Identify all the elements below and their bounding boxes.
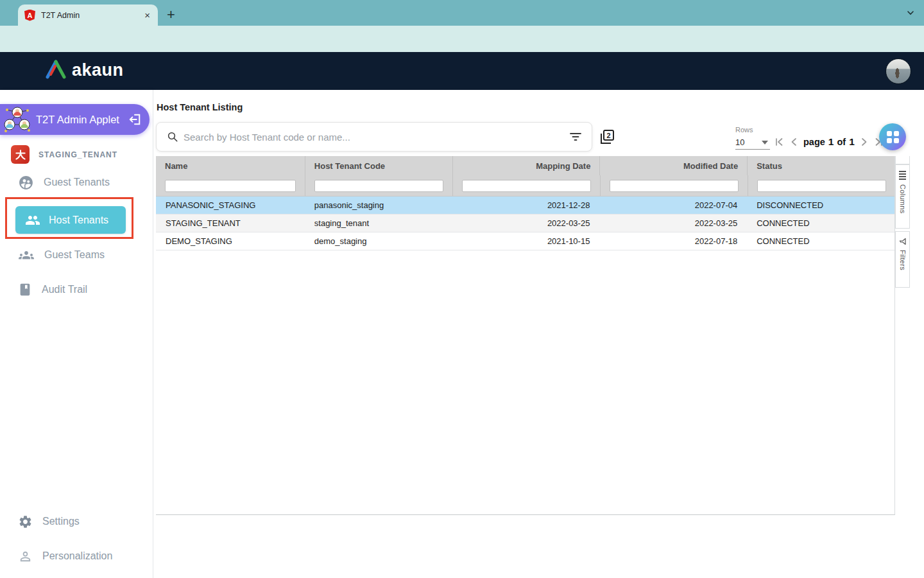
tenant-logo-icon bbox=[11, 145, 30, 164]
filter-input-name[interactable] bbox=[165, 180, 296, 192]
gear-icon bbox=[18, 514, 33, 529]
sidebar: T2T Admin Applet STAGING_TENANT Guest Te… bbox=[0, 90, 153, 578]
browser-toolbar: akaun.cloud/#/applet/t2t/akaun/t2t-admin… bbox=[0, 26, 924, 52]
audit-trail-icon bbox=[18, 283, 32, 297]
cell-status: CONNECTED bbox=[747, 215, 894, 232]
cell-modified-date: 2022-03-25 bbox=[599, 215, 747, 232]
first-page-button[interactable] bbox=[774, 137, 784, 146]
search-icon bbox=[167, 131, 178, 143]
sidebar-item-guest-tenants[interactable]: Guest Tenants bbox=[18, 173, 110, 191]
page-indicator: page 1 of 1 bbox=[803, 136, 855, 148]
sidebar-item-personalization[interactable]: Personalization bbox=[18, 547, 112, 565]
app-navbar: akaun bbox=[0, 52, 924, 90]
filters-tab[interactable]: Filters bbox=[895, 231, 910, 288]
filter-input-modified-date[interactable] bbox=[610, 180, 739, 192]
tenant-label: STAGING_TENANT bbox=[38, 150, 117, 159]
guest-teams-icon bbox=[18, 248, 35, 262]
sidebar-item-guest-teams[interactable]: Guest Teams bbox=[18, 246, 105, 264]
table-side-rail: Columns Filters bbox=[895, 156, 910, 288]
column-header-modified-date[interactable]: Modified Date bbox=[599, 156, 747, 175]
cell-modified-date: 2022-07-04 bbox=[599, 197, 747, 214]
grid-icon bbox=[887, 131, 899, 143]
rail-spacer bbox=[895, 156, 910, 164]
next-page-button[interactable] bbox=[861, 137, 868, 146]
table-row[interactable]: DEMO_STAGING demo_staging 2021-10-15 202… bbox=[156, 232, 894, 250]
cell-name: DEMO_STAGING bbox=[156, 232, 305, 250]
rows-per-page-label: Rows bbox=[735, 126, 753, 134]
sidebar-item-settings[interactable]: Settings bbox=[18, 512, 80, 530]
tab-title: T2T Admin bbox=[41, 11, 137, 20]
new-tab-button[interactable]: + bbox=[167, 5, 175, 24]
sidebar-item-audit-trail[interactable]: Audit Trail bbox=[18, 281, 87, 299]
exit-applet-icon[interactable] bbox=[128, 113, 142, 126]
prev-page-button[interactable] bbox=[791, 137, 797, 146]
cell-name: STAGING_TENANT bbox=[156, 215, 305, 232]
akaun-triangle-icon bbox=[45, 60, 67, 80]
applet-network-icon bbox=[3, 105, 32, 134]
sidebar-item-label: Audit Trail bbox=[42, 284, 87, 295]
sidebar-item-label: Guest Teams bbox=[44, 249, 105, 261]
angular-favicon-icon: A bbox=[24, 10, 35, 21]
column-header-status[interactable]: Status bbox=[747, 156, 894, 175]
cell-mapping-date: 2022-03-25 bbox=[452, 215, 600, 232]
cell-status: CONNECTED bbox=[747, 232, 894, 250]
cell-code: staging_tenant bbox=[305, 215, 452, 232]
user-avatar[interactable] bbox=[886, 58, 911, 84]
host-tenants-icon bbox=[25, 213, 40, 228]
cell-mapping-date: 2021-12-28 bbox=[452, 197, 600, 214]
sidebar-item-host-tenants[interactable]: Host Tenants bbox=[15, 206, 126, 234]
sidebar-item-label: Guest Tenants bbox=[44, 177, 110, 188]
table-row[interactable]: STAGING_TENANT staging_tenant 2022-03-25… bbox=[156, 215, 894, 232]
cell-code: panasonic_staging bbox=[305, 197, 452, 214]
cell-mapping-date: 2021-10-15 bbox=[452, 232, 600, 250]
sidebar-item-staging-tenant[interactable]: STAGING_TENANT bbox=[11, 145, 117, 164]
table-header-row: Name Host Tenant Code Mapping Date Modif… bbox=[156, 156, 894, 175]
screen: A T2T Admin × + akaun.cloud/#/applet/t2t… bbox=[0, 0, 924, 578]
browser-tab-strip: A T2T Admin × + bbox=[0, 0, 924, 26]
columns-tab[interactable]: Columns bbox=[895, 164, 910, 229]
view-grid-button[interactable] bbox=[879, 123, 906, 150]
applet-banner[interactable]: T2T Admin Applet bbox=[0, 104, 150, 135]
columns-tab-label: Columns bbox=[899, 184, 907, 214]
akaun-logo[interactable]: akaun bbox=[45, 60, 124, 80]
table-filter-row bbox=[156, 175, 894, 197]
annotation-highlight-box: Host Tenants bbox=[5, 197, 133, 239]
tab-search-chevron-icon[interactable] bbox=[906, 8, 915, 17]
sidebar-item-label: Host Tenants bbox=[49, 215, 108, 226]
brand-name: akaun bbox=[72, 60, 124, 80]
column-header-name[interactable]: Name bbox=[156, 156, 305, 175]
sidebar-item-label: Settings bbox=[42, 516, 80, 527]
pagination: page 1 of 1 bbox=[774, 136, 884, 148]
browser-tab[interactable]: A T2T Admin × bbox=[18, 4, 158, 26]
funnel-icon bbox=[899, 238, 907, 245]
filter-layers-icon[interactable]: 2 bbox=[599, 128, 615, 145]
svg-text:2: 2 bbox=[606, 132, 610, 139]
cell-modified-date: 2022-07-18 bbox=[599, 232, 747, 250]
column-header-code[interactable]: Host Tenant Code bbox=[305, 156, 452, 175]
cell-name: PANASONIC_STAGING bbox=[156, 197, 305, 214]
table-row[interactable]: PANASONIC_STAGING panasonic_staging 2021… bbox=[156, 197, 894, 215]
person-icon bbox=[18, 549, 33, 564]
filter-input-status[interactable] bbox=[757, 180, 886, 192]
rows-caret-icon bbox=[762, 141, 768, 144]
main-content: Host Tenant Listing 2 Rows 10 bbox=[153, 90, 924, 578]
filter-list-icon[interactable] bbox=[570, 132, 581, 141]
filter-input-mapping-date[interactable] bbox=[462, 180, 591, 192]
filters-tab-label: Filters bbox=[899, 250, 907, 270]
search-bar bbox=[156, 122, 592, 152]
applet-label: T2T Admin Applet bbox=[36, 114, 124, 126]
sidebar-item-label: Personalization bbox=[42, 550, 112, 562]
search-input[interactable] bbox=[184, 132, 565, 143]
page-title: Host Tenant Listing bbox=[157, 102, 243, 112]
cell-status: DISCONNECTED bbox=[747, 197, 894, 214]
column-header-mapping-date[interactable]: Mapping Date bbox=[452, 156, 600, 175]
columns-icon bbox=[899, 171, 906, 180]
cell-code: demo_staging bbox=[305, 232, 452, 250]
tab-close-icon[interactable]: × bbox=[143, 10, 151, 20]
guest-tenants-icon bbox=[18, 175, 34, 191]
host-tenant-table: Name Host Tenant Code Mapping Date Modif… bbox=[156, 156, 895, 515]
filter-input-code[interactable] bbox=[314, 180, 443, 192]
